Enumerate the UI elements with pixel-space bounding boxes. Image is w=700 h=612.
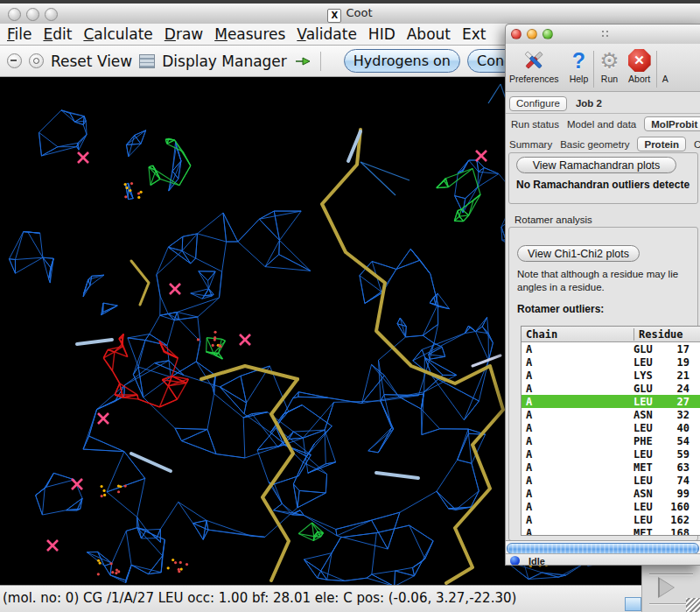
reset-view-button[interactable]: Reset View bbox=[51, 53, 132, 70]
residue-column-header[interactable]: Residue bbox=[634, 328, 700, 341]
run-button[interactable]: ⚙ Run bbox=[599, 49, 619, 84]
dialog-minimize-button[interactable] bbox=[527, 29, 537, 39]
display-manager-icon[interactable] bbox=[139, 54, 155, 68]
main-statusbar: (mol. no: 0) CG /1/A/27 LEU occ: 1.00 bf… bbox=[0, 585, 700, 612]
rotamer-analysis-label: Rotamer analysis bbox=[512, 215, 595, 225]
status-dot-icon bbox=[510, 556, 520, 566]
dialog-zoom-button[interactable] bbox=[542, 29, 553, 39]
corner-scroll-panel bbox=[641, 560, 700, 612]
status-chip-icon bbox=[625, 597, 641, 611]
divider bbox=[506, 113, 700, 114]
help-button[interactable]: ? Help bbox=[570, 49, 589, 84]
dialog-status-text: Idle bbox=[528, 556, 545, 566]
tab-run-status[interactable]: Run status bbox=[511, 119, 559, 130]
main-titlebar[interactable]: XCoot bbox=[0, 4, 700, 25]
validation-dialog: Preferences ? Help ⚙ Run ✕ Abort A Confi… bbox=[505, 24, 700, 566]
dialog-titlebar[interactable] bbox=[506, 25, 700, 45]
menu-validate[interactable]: Validate bbox=[297, 25, 357, 43]
menu-about[interactable]: About bbox=[407, 25, 451, 43]
menu-file[interactable]: File bbox=[7, 25, 32, 43]
menu-calculate[interactable]: Calculate bbox=[83, 25, 152, 43]
toolbar-separator bbox=[656, 51, 657, 88]
rotamer-note-line1: Note that although a residue may lie bbox=[517, 269, 678, 279]
rotamer-outliers-label: Rotamer outliers: bbox=[517, 303, 604, 315]
run-gear-icon: ⚙ bbox=[599, 49, 619, 72]
chain-column-header[interactable]: Chain bbox=[522, 328, 634, 341]
table-row[interactable]: ALYS21 bbox=[522, 369, 700, 382]
table-row[interactable]: ALEU19 bbox=[522, 355, 700, 369]
recenter-icon[interactable] bbox=[29, 53, 44, 68]
resize-grip[interactable] bbox=[686, 598, 700, 612]
tab-summary[interactable]: Summary bbox=[509, 139, 552, 150]
view-ramachandran-plots-button[interactable]: View Ramachandran plots bbox=[516, 157, 676, 173]
ramachandran-groupbox: View Ramachandran plots No Ramachandran … bbox=[508, 152, 698, 204]
rotamer-outliers-table[interactable]: Chain Residue AGLU17ALEU19ALYS21AGLU24AL… bbox=[521, 326, 700, 536]
menu-edit[interactable]: Edit bbox=[43, 25, 72, 43]
go-arrow-icon[interactable] bbox=[294, 55, 312, 67]
dialog-window-controls[interactable] bbox=[511, 29, 553, 39]
tab-protein[interactable]: Protein bbox=[637, 137, 686, 151]
table-header[interactable]: Chain Residue bbox=[522, 327, 700, 342]
help-icon: ? bbox=[572, 49, 585, 72]
dialog-close-button[interactable] bbox=[511, 29, 522, 39]
table-row[interactable]: AASN99 bbox=[522, 487, 700, 500]
atom-status-text: (mol. no: 0) CG /1/A/27 LEU occ: 1.00 bf… bbox=[3, 590, 516, 606]
dialog-toolbar: Preferences ? Help ⚙ Run ✕ Abort A bbox=[506, 44, 700, 92]
divider bbox=[649, 573, 693, 574]
abort-stop-icon: ✕ bbox=[628, 49, 651, 72]
display-manager-button[interactable]: Display Manager bbox=[162, 53, 287, 70]
tab-c[interactable]: C bbox=[694, 139, 700, 150]
tab-job-2[interactable]: Job 2 bbox=[576, 98, 602, 109]
table-row[interactable]: AASN32 bbox=[522, 408, 700, 421]
table-row[interactable]: AGLU24 bbox=[522, 382, 700, 395]
rotamer-note-line2: angles in a residue. bbox=[517, 282, 605, 292]
clipped-toolbar-item[interactable]: A bbox=[662, 49, 668, 84]
menu-ext[interactable]: Ext bbox=[462, 25, 486, 43]
toolbar-separator bbox=[320, 52, 321, 71]
table-row[interactable]: ALEU27 bbox=[522, 395, 700, 408]
table-row[interactable]: AMET63 bbox=[522, 461, 700, 474]
x11-icon: X bbox=[327, 9, 341, 23]
tab-model-and-data[interactable]: Model and data bbox=[567, 119, 636, 130]
table-body[interactable]: AGLU17ALEU19ALYS21AGLU24ALEU27AASN32ALEU… bbox=[522, 342, 700, 536]
dialog-statusbar: Idle bbox=[506, 553, 700, 566]
tab-configure[interactable]: Configure bbox=[509, 96, 567, 111]
menu-draw[interactable]: Draw bbox=[164, 25, 203, 43]
menu-hid[interactable]: HID bbox=[368, 25, 396, 43]
tab-molprobit[interactable]: MolProbit bbox=[644, 116, 700, 131]
tabs-configure-job[interactable]: ConfigureJob 2 bbox=[509, 95, 602, 112]
play-triangle-icon[interactable] bbox=[660, 579, 674, 596]
table-row[interactable]: APHE54 bbox=[522, 434, 700, 447]
undo-icon[interactable] bbox=[7, 53, 22, 68]
tab-basic-geometry[interactable]: Basic geometry bbox=[560, 139, 629, 150]
ramachandran-message: No Ramachandran outliers detecte bbox=[516, 179, 690, 191]
tabs-molprobity-sections[interactable]: SummaryBasic geometryProteinC bbox=[509, 137, 700, 151]
abort-button[interactable]: ✕ Abort bbox=[628, 49, 651, 84]
table-row[interactable]: ALEU59 bbox=[522, 447, 700, 461]
table-row[interactable]: AGLU17 bbox=[522, 342, 700, 355]
toolbar-separator bbox=[593, 51, 594, 88]
table-row[interactable]: ALEU40 bbox=[522, 421, 700, 434]
titlebar-grip-icon bbox=[602, 31, 604, 32]
horizontal-scrollbar[interactable] bbox=[506, 540, 700, 554]
preferences-tools-icon bbox=[522, 49, 545, 72]
table-row[interactable]: ALEU74 bbox=[522, 474, 700, 487]
rotamer-groupbox: View Chi1-Chi2 plots Note that although … bbox=[508, 227, 698, 541]
table-row[interactable]: ALEU162 bbox=[522, 513, 700, 526]
table-row[interactable]: ALEU160 bbox=[522, 500, 700, 513]
menu-measures[interactable]: Measures bbox=[214, 25, 285, 43]
hydrogens-toggle-button[interactable]: Hydrogens on bbox=[344, 49, 460, 73]
preferences-button[interactable]: Preferences bbox=[509, 49, 559, 84]
view-chi1-chi2-plots-button[interactable]: View Chi1-Chi2 plots bbox=[517, 245, 640, 262]
window-title: XCoot bbox=[0, 6, 700, 23]
tabs-job-sections[interactable]: Run statusModel and dataMolProbit bbox=[511, 116, 700, 131]
table-row[interactable]: AMET168 bbox=[522, 526, 700, 536]
